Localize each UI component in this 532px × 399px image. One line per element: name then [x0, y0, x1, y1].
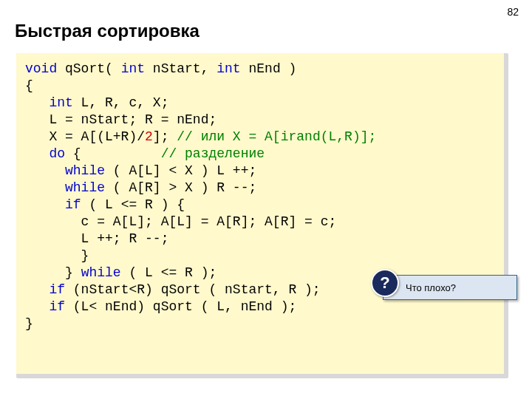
code-text: ( L <= R );	[121, 265, 217, 280]
kw-while: while	[81, 265, 121, 280]
kw-while: while	[65, 180, 105, 195]
kw-do: do	[49, 146, 65, 161]
code-text: {	[25, 78, 33, 93]
code-text: ( L <= R ) {	[81, 197, 185, 212]
code-text: L = nStart; R = nEnd;	[25, 112, 216, 127]
code-text: nEnd )	[241, 61, 297, 76]
kw-if: if	[49, 299, 65, 314]
code-text: ( A[L] < X ) L ++;	[105, 163, 256, 178]
callout-box: Что плохо?	[383, 275, 517, 300]
kw-int: int	[216, 61, 240, 76]
kw-if: if	[65, 197, 81, 212]
comment: // или X = A[irand(L,R)];	[177, 129, 376, 144]
kw-void: void	[25, 61, 57, 76]
kw-int: int	[121, 61, 145, 76]
code-text: (nStart<R) qSort ( nStart, R );	[65, 282, 321, 297]
kw-if: if	[49, 282, 65, 297]
comment: // разделение	[161, 146, 265, 161]
literal: 2	[145, 129, 153, 144]
code-text: qSort(	[57, 61, 120, 76]
code-text: }	[25, 316, 33, 331]
slide-title: Быстрая сортировка	[15, 21, 200, 41]
code-text: }	[25, 248, 89, 263]
kw-int: int	[49, 95, 72, 110]
code-text: (L< nEnd) qSort ( L, nEnd );	[65, 299, 296, 314]
code-text: nStart,	[145, 61, 216, 76]
code-text: {	[65, 146, 161, 161]
page-number: 82	[507, 6, 519, 18]
code-text: ];	[153, 129, 177, 144]
code-block-shadow: void qSort( int nStart, int nEnd ) { int…	[16, 53, 508, 378]
question-badge-icon: ?	[371, 269, 399, 297]
code-text: L ++; R --;	[25, 231, 168, 246]
code-block: void qSort( int nStart, int nEnd ) { int…	[16, 53, 504, 374]
code-text: L, R, c, X;	[73, 95, 169, 110]
code-text: X = A[(L+R)/	[25, 129, 145, 144]
kw-while: while	[65, 163, 105, 178]
code-text: }	[25, 265, 81, 280]
code-text: ( A[R] > X ) R --;	[105, 180, 256, 195]
code-text: c = A[L]; A[L] = A[R]; A[R] = c;	[25, 214, 336, 229]
